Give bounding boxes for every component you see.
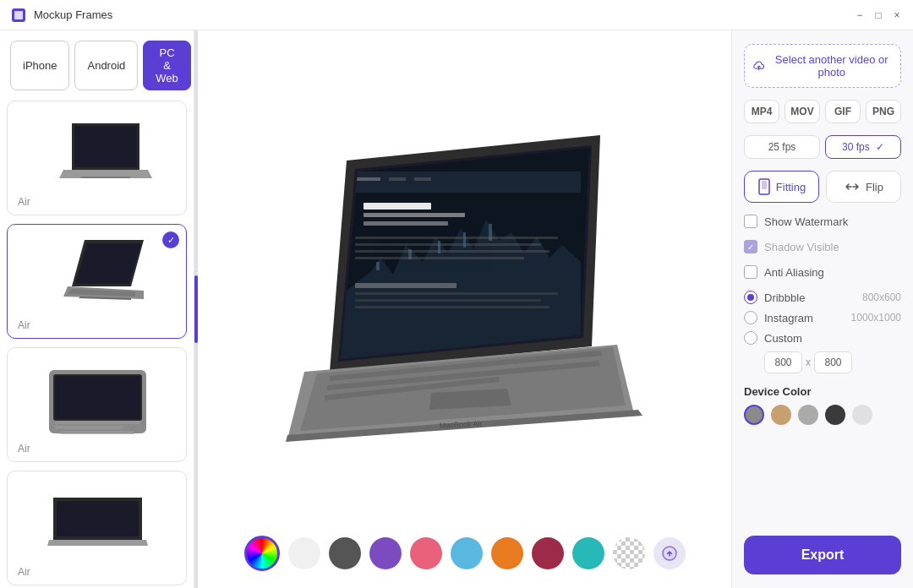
shadow-checkbox[interactable] <box>744 240 757 253</box>
color-wheel-swatch[interactable] <box>244 536 280 571</box>
res-instagram-value: 1000x1000 <box>851 312 901 324</box>
format-mov[interactable]: MOV <box>785 100 820 123</box>
color-swatch-purple[interactable] <box>369 537 402 569</box>
svg-rect-22 <box>355 250 549 253</box>
svg-rect-15 <box>389 177 406 181</box>
res-dribbble-value: 800x600 <box>862 291 901 303</box>
anti-aliasing-row: Anti Aliasing <box>744 265 901 279</box>
color-swatch-pink[interactable] <box>410 537 442 569</box>
laptop-svg-air2 <box>38 231 156 316</box>
fitting-icon <box>757 178 771 195</box>
device-color-dark[interactable] <box>825 405 845 425</box>
window-controls: − □ × <box>854 9 903 21</box>
color-palette <box>244 527 686 571</box>
tab-android[interactable]: Android <box>74 41 138 90</box>
res-separator: x <box>806 357 811 368</box>
svg-rect-18 <box>364 213 465 217</box>
custom-res-inputs: x <box>764 351 901 373</box>
watermark-row: Show Watermark <box>744 215 901 228</box>
laptop-svg-air1 <box>38 111 156 191</box>
selected-badge: ✓ <box>162 231 179 248</box>
svg-text:MacBook Air: MacBook Air <box>439 419 482 430</box>
device-item-air1[interactable]: Air <box>7 101 187 215</box>
device-item-air4[interactable]: Air <box>7 471 187 585</box>
res-dribbble-radio[interactable] <box>744 291 757 304</box>
device-list: Air ✓ <box>0 97 194 588</box>
canvas-area: MacBook Air <box>198 30 731 588</box>
color-swatch-orange[interactable] <box>491 537 523 569</box>
device-item-air3[interactable]: Air <box>7 347 187 462</box>
custom-width-input[interactable] <box>764 351 802 373</box>
svg-rect-1 <box>14 11 23 19</box>
svg-rect-21 <box>355 243 541 246</box>
app-icon <box>10 7 27 24</box>
select-media-button[interactable]: Select another video or photo <box>744 44 901 88</box>
svg-rect-24 <box>355 283 456 288</box>
color-swatch-dark-red[interactable] <box>532 537 564 569</box>
svg-rect-16 <box>414 177 431 181</box>
resolution-section: Dribbble 800x600 Instagram 1000x1000 Cus… <box>744 291 901 373</box>
fps-30[interactable]: 30 fps ✓ <box>825 135 901 159</box>
res-instagram-row: Instagram 1000x1000 <box>744 311 901 324</box>
titlebar: Mockup Frames − □ × <box>0 0 913 30</box>
laptop-svg-air3 <box>38 357 156 438</box>
svg-rect-13 <box>341 172 581 193</box>
device-label-air4: Air <box>14 566 30 578</box>
res-custom-row: Custom <box>744 331 901 345</box>
color-swatch-white[interactable] <box>288 537 320 569</box>
flip-button[interactable]: Flip <box>826 171 901 203</box>
sidebar: iPhone Android PC & Web <box>0 30 194 588</box>
color-swatch-gray[interactable] <box>329 537 361 569</box>
device-label-air1: Air <box>14 196 30 208</box>
upload-icon <box>662 546 677 561</box>
upload-cloud-icon <box>753 59 764 73</box>
device-tabs: iPhone Android PC & Web <box>0 30 194 97</box>
close-button[interactable]: × <box>891 9 903 21</box>
watermark-label: Show Watermark <box>764 215 848 228</box>
svg-rect-5 <box>55 421 140 424</box>
tab-pc-web[interactable]: PC & Web <box>143 41 191 90</box>
res-dribbble-row: Dribbble 800x600 <box>744 291 901 304</box>
fitting-button[interactable]: Fitting <box>744 171 819 203</box>
watermark-checkbox[interactable] <box>744 215 757 228</box>
device-item-air2[interactable]: ✓ <box>7 224 187 339</box>
canvas-preview: MacBook Air <box>215 47 714 527</box>
maximize-button[interactable]: □ <box>872 9 884 21</box>
format-gif[interactable]: GIF <box>825 100 861 123</box>
device-color-space-gray[interactable] <box>744 405 764 425</box>
anti-aliasing-checkbox[interactable] <box>744 265 757 279</box>
fitting-row: Fitting Flip <box>744 171 901 203</box>
res-instagram-radio[interactable] <box>744 311 757 324</box>
color-swatch-transparent[interactable] <box>613 537 645 569</box>
svg-rect-20 <box>355 237 558 239</box>
svg-rect-27 <box>355 306 549 308</box>
color-swatch-light-blue[interactable] <box>451 537 483 569</box>
svg-rect-14 <box>355 177 380 181</box>
app-title: Mockup Frames <box>34 8 112 21</box>
device-color-silver[interactable] <box>798 405 818 425</box>
res-custom-radio[interactable] <box>744 331 757 345</box>
device-color-gold[interactable] <box>771 405 791 425</box>
tab-iphone[interactable]: iPhone <box>10 41 69 90</box>
minimize-button[interactable]: − <box>854 9 866 21</box>
flip-icon <box>844 180 861 193</box>
device-color-white[interactable] <box>852 405 872 425</box>
device-label-air2: Air <box>14 319 30 331</box>
fps-25[interactable]: 25 fps <box>744 135 820 159</box>
device-color-title: Device Color <box>744 385 901 398</box>
format-png[interactable]: PNG <box>866 100 901 123</box>
right-panel: Select another video or photo MP4 MOV GI… <box>731 30 913 588</box>
device-thumbnail-air1 <box>30 108 165 193</box>
custom-height-input[interactable] <box>814 351 852 373</box>
format-mp4[interactable]: MP4 <box>744 100 779 123</box>
device-thumbnail-air3 <box>30 355 165 439</box>
fps-row: 25 fps 30 fps ✓ <box>744 135 901 159</box>
color-swatch-teal[interactable] <box>572 537 604 569</box>
anti-aliasing-label: Anti Aliasing <box>764 266 824 279</box>
svg-rect-6 <box>55 426 123 429</box>
export-button[interactable]: Export <box>744 536 901 574</box>
device-thumbnail-air2 <box>30 231 165 316</box>
laptop-svg-air4 <box>38 489 156 553</box>
shadow-label: Shadow Visible <box>764 241 839 253</box>
upload-color-button[interactable] <box>653 537 686 569</box>
